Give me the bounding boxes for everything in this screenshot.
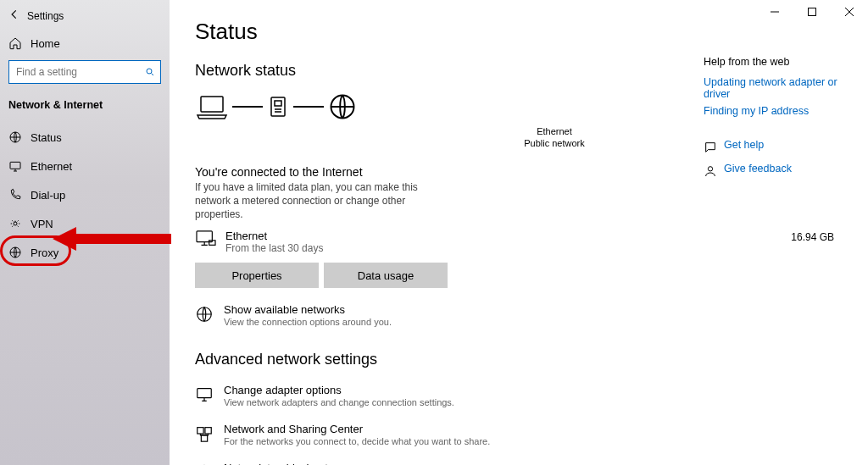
option-desc: For the networks you connect to, decide … xyxy=(224,436,490,446)
option-desc: View network adapters and change connect… xyxy=(224,397,454,407)
properties-button[interactable]: Properties xyxy=(195,263,319,288)
troubleshooter-option[interactable]: Network troubleshooter Diagnose and fix … xyxy=(195,462,500,465)
option-title: Network troubleshooter xyxy=(224,462,372,465)
help-header: Help from the web xyxy=(704,56,848,68)
adapter-row: Ethernet From the last 30 days 16.94 GB xyxy=(195,230,868,254)
help-link[interactable]: Updating network adapter or driver xyxy=(704,76,848,100)
svg-rect-12 xyxy=(198,389,212,398)
globe-icon xyxy=(8,130,22,144)
phone-icon xyxy=(8,188,22,202)
sidebar-item-vpn[interactable]: VPN xyxy=(8,209,161,238)
sharing-center-option[interactable]: Network and Sharing Center For the netwo… xyxy=(195,423,500,446)
home-nav[interactable]: Home xyxy=(8,31,161,60)
network-icon xyxy=(195,424,214,443)
sidebar-item-status[interactable]: Status xyxy=(8,123,161,152)
sidebar-item-proxy[interactable]: Proxy xyxy=(8,238,161,267)
adapter-options[interactable]: Change adapter options View network adap… xyxy=(195,384,500,407)
globe-icon xyxy=(8,246,22,259)
option-title: Show available networks xyxy=(224,303,392,316)
option-desc: View the connection options around you. xyxy=(224,317,392,327)
usage-value: 16.94 GB xyxy=(791,231,834,243)
home-icon xyxy=(8,36,22,50)
maximize-button[interactable] xyxy=(793,0,831,24)
monitor-icon xyxy=(195,385,214,404)
sidebar-item-label: Status xyxy=(31,131,62,144)
advanced-header: Advanced network settings xyxy=(195,351,868,368)
sidebar: Settings Home Network & Internet Status … xyxy=(0,0,170,465)
lock-icon xyxy=(8,217,22,230)
option-title: Network and Sharing Center xyxy=(224,423,490,435)
option-title: Change adapter options xyxy=(224,384,454,396)
sidebar-item-label: VPN xyxy=(31,218,53,230)
laptop-icon xyxy=(195,92,229,121)
category-header: Network & Internet xyxy=(8,99,161,111)
svg-rect-13 xyxy=(198,428,203,434)
window-title: Settings xyxy=(27,10,64,22)
adapter-sub: From the last 30 days xyxy=(225,242,791,254)
show-networks-option[interactable]: Show available networks View the connect… xyxy=(195,303,500,327)
help-panel: Help from the web Updating network adapt… xyxy=(704,56,848,180)
sidebar-item-dialup[interactable]: Dial-up xyxy=(8,180,161,209)
router-icon xyxy=(266,92,290,121)
sidebar-item-ethernet[interactable]: Ethernet xyxy=(8,152,161,180)
svg-point-16 xyxy=(708,167,712,171)
sidebar-item-label: Ethernet xyxy=(31,160,72,173)
window-controls xyxy=(756,0,868,24)
sidebar-item-label: Proxy xyxy=(31,246,58,259)
chat-icon xyxy=(704,141,717,154)
feedback-link[interactable]: Give feedback xyxy=(704,163,848,180)
svg-rect-5 xyxy=(201,97,223,112)
minimize-button[interactable] xyxy=(756,0,793,24)
get-help-link[interactable]: Get help xyxy=(704,139,848,156)
svg-point-0 xyxy=(147,69,152,74)
data-usage-button[interactable]: Data usage xyxy=(324,263,448,288)
help-link[interactable]: Finding my IP address xyxy=(704,105,848,117)
svg-rect-2 xyxy=(10,162,20,169)
monitor-icon xyxy=(8,159,22,173)
svg-rect-14 xyxy=(205,428,211,434)
close-button[interactable] xyxy=(831,0,868,24)
svg-rect-17 xyxy=(809,8,816,16)
svg-rect-7 xyxy=(275,101,281,106)
back-button[interactable] xyxy=(8,8,27,23)
sidebar-item-label: Dial-up xyxy=(31,189,65,202)
search-field[interactable] xyxy=(14,65,145,79)
search-icon xyxy=(145,66,155,78)
svg-rect-15 xyxy=(201,435,207,441)
main-content: Status Network status Ethernet Public ne… xyxy=(170,0,868,465)
home-label: Home xyxy=(31,37,60,50)
globe-icon xyxy=(327,91,358,122)
adapter-name: Ethernet xyxy=(225,230,791,242)
monitor-icon xyxy=(195,230,217,248)
person-icon xyxy=(704,164,717,178)
connected-desc: If you have a limited data plan, you can… xyxy=(195,180,432,222)
globe-icon xyxy=(195,305,214,324)
svg-point-3 xyxy=(14,222,17,225)
search-input[interactable] xyxy=(8,60,161,84)
